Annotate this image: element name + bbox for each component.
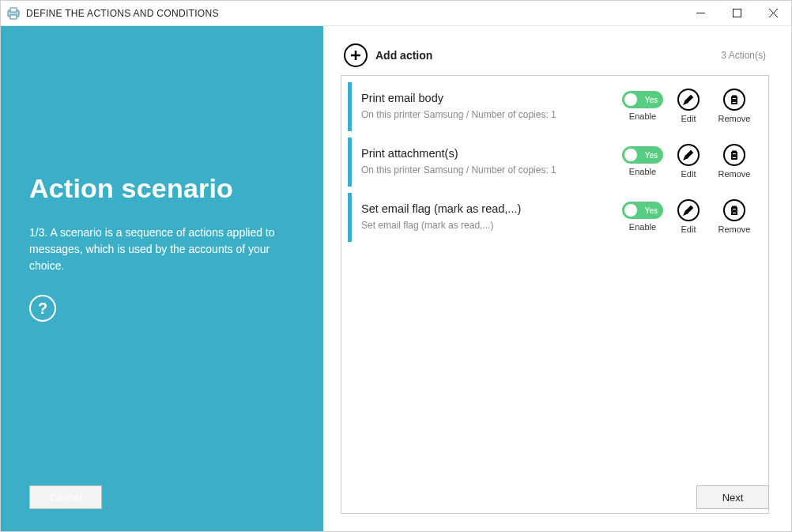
enable-toggle[interactable]: Yes [622,202,663,219]
plus-icon [344,43,368,67]
remove-column: Remove [711,89,757,123]
svg-rect-1 [10,8,17,12]
remove-button[interactable] [723,199,745,221]
window-body: Action scenario 1/3. A scenario is a seq… [1,26,791,531]
pencil-icon [683,94,694,105]
enable-column: Yes Enable [620,202,666,232]
edit-button[interactable] [677,89,700,111]
action-item: Print attachment(s) On this printer Sams… [348,138,762,187]
action-item: Set email flag (mark as read,...) Set em… [348,193,762,242]
edit-column: Edit [666,199,711,234]
svg-rect-2 [10,15,17,19]
minimize-button[interactable] [682,1,718,25]
remove-button[interactable] [723,144,745,166]
action-item-subtitle: On this printer Samsung / Number of copi… [361,164,620,175]
enable-label: Enable [629,111,656,121]
help-button[interactable]: ? [29,295,56,322]
enable-column: Yes Enable [620,146,666,176]
remove-label: Remove [718,114,751,123]
next-button[interactable]: Next [696,485,769,509]
window-controls [682,1,791,25]
app-icon [7,7,20,20]
titlebar-left: DEFINE THE ACTIONS AND CONDITIONS [7,7,219,20]
remove-label: Remove [718,169,751,179]
next-button-label: Next [722,492,744,504]
enable-toggle[interactable]: Yes [622,146,663,164]
action-item-text: Set email flag (mark as read,...) Set em… [361,202,620,231]
add-action-label: Add action [375,49,432,62]
edit-button[interactable] [677,199,700,221]
toggle-text: Yes [645,96,658,104]
action-list: Print email body On this printer Samsung… [341,75,769,514]
trash-icon [729,149,740,160]
action-item-title: Print attachment(s) [361,147,620,160]
toggle-knob [624,149,637,161]
edit-column: Edit [666,89,711,123]
app-window: DEFINE THE ACTIONS AND CONDITIONS Action… [0,0,792,532]
enable-label: Enable [629,167,656,176]
toggle-knob [624,93,637,106]
enable-column: Yes Enable [620,91,666,121]
toggle-text: Yes [645,151,658,160]
remove-button[interactable] [723,89,745,111]
action-item-subtitle: On this printer Samsung / Number of copi… [361,109,620,120]
close-button[interactable] [755,1,791,25]
toggle-knob [624,204,637,217]
page-description: 1/3. A scenario is a sequence of actions… [29,224,290,274]
help-icon: ? [38,300,47,318]
toggle-text: Yes [645,206,658,215]
edit-button[interactable] [677,144,700,166]
add-action-row: Add action 3 Action(s) [341,43,769,67]
cancel-button[interactable]: Cancel [29,485,102,509]
action-count: 3 Action(s) [721,50,766,61]
action-item-text: Print attachment(s) On this printer Sams… [361,147,620,175]
cancel-button-label: Cancel [50,492,81,504]
enable-toggle[interactable]: Yes [622,91,663,108]
window-title: DEFINE THE ACTIONS AND CONDITIONS [26,8,219,19]
titlebar: DEFINE THE ACTIONS AND CONDITIONS [1,1,791,26]
trash-icon [729,94,740,105]
maximize-button[interactable] [718,1,755,25]
sidebar: Action scenario 1/3. A scenario is a seq… [1,26,323,531]
main-panel: Add action 3 Action(s) Print email body … [323,26,791,531]
edit-label: Edit [681,169,696,179]
remove-column: Remove [711,144,757,179]
action-item-subtitle: Set email flag (mark as read,...) [361,220,620,231]
remove-column: Remove [711,199,757,234]
action-item-text: Print email body On this printer Samsung… [361,92,620,120]
action-item: Print email body On this printer Samsung… [348,82,762,131]
remove-label: Remove [718,224,751,234]
svg-rect-4 [733,9,741,17]
action-item-title: Set email flag (mark as read,...) [361,202,620,215]
page-title: Action scenario [29,173,295,204]
edit-column: Edit [666,144,711,179]
action-item-title: Print email body [361,92,620,104]
pencil-icon [683,149,694,160]
edit-label: Edit [681,224,696,234]
trash-icon [729,205,740,216]
enable-label: Enable [629,222,656,232]
edit-label: Edit [681,114,696,123]
pencil-icon [683,205,694,216]
add-action-button[interactable]: Add action [344,43,432,67]
